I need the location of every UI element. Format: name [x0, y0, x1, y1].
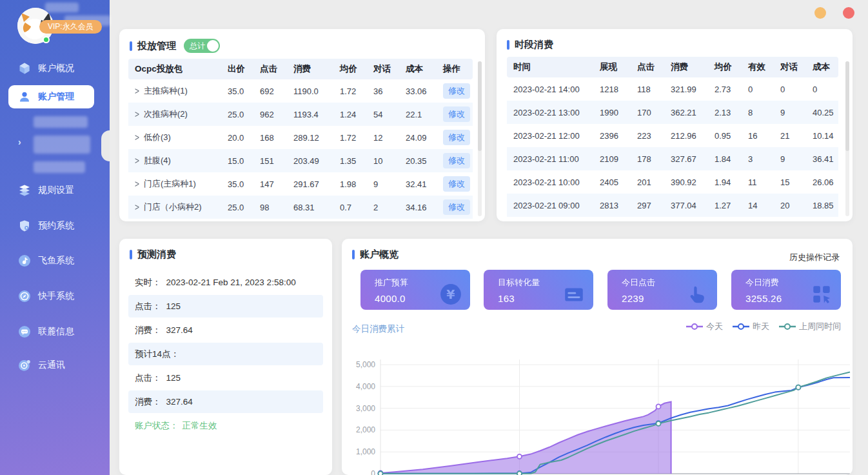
edit-button[interactable]: 修改 — [443, 130, 470, 145]
column-header: 成本 — [403, 59, 440, 79]
toggle-label: 总计 — [190, 41, 205, 52]
title-accent-bar — [130, 250, 132, 259]
yuan-icon: ¥ — [439, 283, 462, 306]
sidebar-item-kuaishou-system[interactable]: 快手系统 — [0, 285, 110, 308]
hourly-table: 时间 展现 点击 消费 均价 有效 对话 成本 2023-02-21 14:00… — [507, 57, 838, 217]
legend-lastweek[interactable]: 上周同时间 — [779, 321, 841, 332]
forecast-value: 125 — [166, 373, 181, 383]
forecast-row: 实时： 2023-02-21 Feb 21, 2023 2:58:00 — [128, 271, 323, 294]
close-button[interactable] — [843, 7, 854, 19]
account-status: 账户状态： 正常生效 — [128, 414, 323, 437]
forecast-value: 2023-02-21 Feb 21, 2023 2:58:00 — [166, 278, 296, 287]
submenu-chevron-icon[interactable]: › — [18, 137, 21, 147]
svg-text:2,000: 2,000 — [356, 425, 375, 434]
edit-button[interactable]: 修改 — [443, 153, 470, 168]
column-header: Ocpc投放包 — [128, 59, 225, 79]
edit-button[interactable]: 修改 — [443, 83, 470, 99]
redacted-submenu-item — [34, 161, 85, 173]
forecast-label: 预计14点： — [135, 349, 179, 360]
sidebar-item-rule-settings[interactable]: 规则设置 — [0, 179, 110, 202]
legend-swatch-icon — [733, 323, 749, 330]
sidebar-item-reservation-system[interactable]: 预约系统 — [0, 214, 110, 237]
sidebar-item-feiyu-system[interactable]: 飞鱼系统 — [0, 249, 110, 272]
delivery-table-row: >低价(3) 20.0 168 289.12 1.72 12 24.09 修改 — [128, 126, 473, 149]
svg-text:¥: ¥ — [446, 287, 455, 301]
status-label: 账户状态： — [135, 420, 179, 432]
expand-row-icon[interactable]: > — [135, 109, 139, 119]
forecast-panel: 预测消费 实时： 2023-02-21 Feb 21, 2023 2:58:00… — [119, 239, 332, 475]
shield-icon — [18, 219, 31, 232]
title-accent-bar — [507, 40, 509, 50]
layers-icon — [18, 184, 31, 197]
sidebar-item-label: 账户概况 — [38, 63, 74, 74]
stat-card-conversion: 目标转化量 163 — [484, 270, 593, 310]
expand-row-icon[interactable]: > — [135, 86, 139, 96]
column-header: 均价 — [337, 59, 371, 79]
legend-today[interactable]: 今天 — [686, 321, 723, 332]
stat-card-clicks: 今日点击 2239 — [607, 270, 717, 310]
delivery-table: Ocpc投放包 出价 点击 消费 均价 对话 成本 操作 >主推病种(1) 35… — [128, 59, 473, 219]
sidebar-collapse-handle[interactable] — [101, 130, 110, 161]
online-status-dot — [43, 36, 50, 43]
sidebar: VIP:永久会员 账户概况 账户管理 › 规则设置 预约系统 飞鱼系统 — [0, 0, 110, 475]
column-header: 出价 — [225, 59, 257, 79]
edit-button[interactable]: 修改 — [443, 199, 470, 215]
forecast-value: 125 — [166, 301, 181, 311]
forecast-row: 消费： 327.64 — [128, 390, 323, 413]
delivery-table-row: >主推病种(1) 35.0 692 1190.0 1.72 36 33.06 修… — [128, 79, 473, 103]
sidebar-item-account-overview[interactable]: 账户概况 — [0, 57, 110, 80]
forecast-row: 点击： 125 — [128, 295, 323, 318]
delivery-table-row: >肚腹(4) 15.0 151 203.49 1.35 10 20.35 修改 — [128, 149, 473, 172]
table-scrollbar[interactable] — [845, 61, 849, 216]
delivery-table-row: >门店(主病种1) 35.0 147 291.67 1.98 9 32.41 修… — [128, 172, 473, 196]
legend-yesterday[interactable]: 昨天 — [733, 321, 769, 332]
package-name: 肚腹(4) — [144, 156, 171, 165]
chart-legend: 今天 昨天 上周同时间 — [686, 321, 841, 332]
expand-row-icon[interactable]: > — [135, 202, 139, 212]
forecast-row: 消费： 327.64 — [128, 319, 323, 341]
sidebar-item-account-management[interactable]: 账户管理 — [8, 85, 94, 108]
sidebar-item-cloud-communication[interactable]: 云通讯 — [0, 354, 110, 377]
minimize-button[interactable] — [814, 7, 826, 19]
hourly-table-row: 2023-02-21 13:00 1990 170 362.21 2.13 8 … — [507, 101, 838, 124]
forecast-label: 消费： — [135, 325, 161, 336]
chart-label[interactable]: 今日消费累计 — [352, 323, 404, 335]
total-toggle[interactable]: 总计 — [184, 39, 220, 53]
sidebar-item-label: 云通讯 — [38, 359, 65, 371]
forecast-value: 327.64 — [166, 325, 193, 335]
history-link[interactable]: 历史操作记录 — [789, 252, 840, 263]
hourly-consumption-panel: 时段消费 时间 展现 点击 消费 均价 有效 对话 成本 2023-02-21 … — [497, 29, 853, 221]
cube-icon — [18, 62, 31, 75]
edit-button[interactable]: 修改 — [443, 106, 470, 122]
forecast-row: 预计14点： — [128, 343, 323, 365]
hourly-table-row: 2023-02-21 11:00 2109 178 327.67 1.84 3 … — [507, 147, 838, 170]
forecast-label: 点击： — [135, 372, 161, 384]
sidebar-item-label: 账户管理 — [38, 91, 74, 103]
user-icon — [18, 90, 31, 103]
expand-row-icon[interactable]: > — [135, 132, 139, 143]
column-header: 展现 — [597, 57, 635, 77]
delivery-panel: 投放管理 总计 Ocpc投放包 出价 点击 消费 均价 对话 成本 操作 >主推… — [119, 29, 485, 221]
panel-title: 预测消费 — [137, 248, 176, 261]
hourly-table-row: 2023-02-21 09:00 2813 297 377.04 1.27 14… — [507, 194, 838, 217]
status-value: 正常生效 — [182, 420, 217, 432]
title-accent-bar — [352, 250, 355, 259]
delivery-table-row: >次推病种(2) 25.0 962 1193.4 1.24 54 22.1 修改 — [128, 103, 473, 126]
grid-icon — [810, 283, 833, 306]
hourly-table-row: 2023-02-21 10:00 2405 201 390.92 1.94 11… — [507, 170, 838, 194]
svg-text:0: 0 — [371, 469, 375, 475]
card-icon — [562, 283, 586, 306]
svg-text:3,000: 3,000 — [356, 404, 375, 413]
panel-title: 账户概览 — [360, 248, 399, 261]
expand-row-icon[interactable]: > — [135, 156, 139, 166]
expand-row-icon[interactable]: > — [135, 179, 139, 189]
sidebar-item-label: 联麓信息 — [38, 326, 74, 338]
sidebar-item-lianlu-info[interactable]: 联麓信息 — [0, 320, 110, 343]
disc-icon — [18, 359, 31, 372]
column-header: 点击 — [257, 59, 291, 79]
column-header: 时间 — [507, 57, 597, 77]
music-note-icon — [18, 254, 31, 267]
table-scrollbar[interactable] — [478, 61, 482, 216]
redacted-submenu-item — [34, 116, 88, 128]
edit-button[interactable]: 修改 — [443, 176, 470, 192]
